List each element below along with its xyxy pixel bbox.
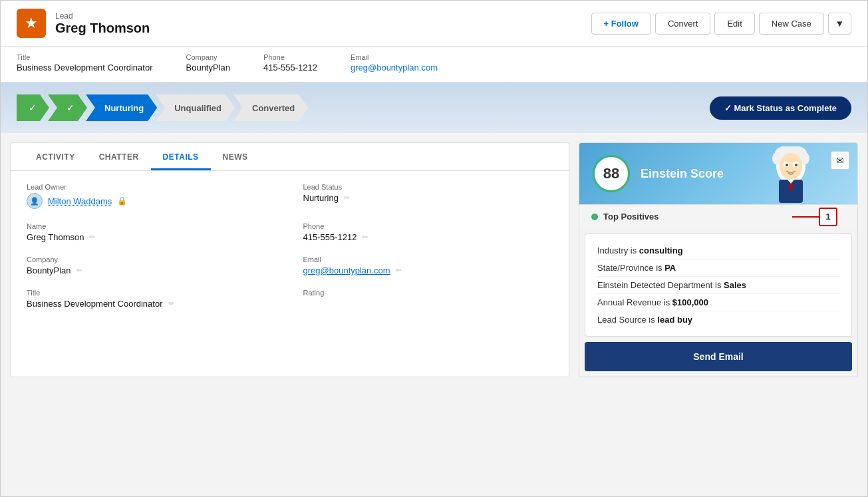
email-detail-value: greg@bountyplan.com ✏ (303, 265, 553, 275)
tab-details[interactable]: DETAILS (151, 143, 211, 170)
einstein-title: Einstein Score (641, 167, 724, 181)
detail-row-1: Lead Owner 👤 Milton Waddams 🔒 Lead Statu… (27, 183, 553, 209)
company-field: Company BountyPlan (186, 53, 231, 73)
main-content: ACTIVITY CHATTER DETAILS NEWS Lead Owner… (1, 142, 867, 387)
phone-label: Phone (263, 53, 317, 61)
positive-bold-2: PA (664, 263, 676, 273)
tab-chatter[interactable]: CHATTER (87, 143, 151, 170)
left-panel: ACTIVITY CHATTER DETAILS NEWS Lead Owner… (10, 142, 569, 377)
company-value: BountyPlan (186, 63, 231, 73)
lead-icon: ★ (17, 9, 46, 38)
lead-owner-field: Lead Owner 👤 Milton Waddams 🔒 (27, 183, 277, 209)
record-type-label: Lead (55, 11, 150, 21)
einstein-header: 88 Einstein Score (579, 143, 857, 204)
badge-arrow (792, 216, 819, 218)
stage-pill-3[interactable]: Nurturing (86, 94, 157, 121)
actions-dropdown-button[interactable]: ▼ (828, 13, 851, 35)
detail-row-4: Title Business Development Coordinator ✏… (27, 289, 553, 309)
title-edit-icon[interactable]: ✏ (168, 299, 174, 308)
stage-5-label: Converted (252, 103, 295, 113)
einstein-score-circle: 88 (593, 155, 630, 192)
company-detail-label: Company (27, 255, 277, 263)
lead-owner-label: Lead Owner (27, 183, 277, 191)
mark-complete-button[interactable]: ✓ Mark Status as Complete (710, 96, 851, 120)
svg-point-7 (786, 164, 788, 166)
email-detail-label: Email (303, 255, 553, 263)
rating-field: Rating (303, 289, 553, 309)
email-value[interactable]: greg@bountyplan.com (351, 63, 438, 73)
einstein-mail-button[interactable]: ✉ (831, 151, 849, 170)
svg-point-8 (795, 164, 797, 166)
email-edit-icon[interactable]: ✏ (396, 266, 402, 275)
mail-icon: ✉ (836, 155, 844, 166)
einstein-card: 88 Einstein Score (579, 142, 858, 377)
tab-activity[interactable]: ACTIVITY (24, 143, 87, 170)
lead-owner-value: 👤 Milton Waddams 🔒 (27, 193, 277, 209)
name-edit-icon[interactable]: ✏ (89, 233, 95, 242)
tab-news[interactable]: NEWS (211, 143, 260, 170)
name-label: Name (27, 222, 277, 230)
name-value: Greg Thomson ✏ (27, 232, 277, 242)
email-field: Email greg@bountyplan.com (351, 53, 438, 73)
edit-button[interactable]: Edit (714, 13, 754, 35)
detail-row-2: Name Greg Thomson ✏ Phone 415-555-1212 ✏ (27, 222, 553, 242)
header-left: ★ Lead Greg Thomson (17, 9, 150, 38)
owner-avatar: 👤 (27, 193, 43, 209)
stages-container: ✓ ✓ Nurturing Unqualified Conver (17, 94, 698, 121)
owner-lock-icon: 🔒 (117, 196, 127, 206)
stage-1-label: ✓ (29, 103, 36, 113)
tabs-bar: ACTIVITY CHATTER DETAILS NEWS (11, 143, 569, 171)
email-label: Email (351, 53, 438, 61)
svg-point-4 (780, 153, 802, 180)
phone-value: 415-555-1212 (263, 63, 317, 73)
new-case-button[interactable]: New Case (759, 13, 824, 35)
stage-3[interactable]: Nurturing (86, 94, 157, 121)
phone-edit-icon[interactable]: ✏ (362, 233, 368, 242)
lead-status-value: Nurturing ✏ (303, 193, 553, 203)
positive-bold-1: consulting (639, 246, 683, 255)
green-dot-icon (591, 214, 598, 220)
company-edit-icon[interactable]: ✏ (76, 266, 82, 275)
details-content: Lead Owner 👤 Milton Waddams 🔒 Lead Statu… (11, 171, 569, 334)
positive-item-3: Einstein Detected Department is Sales (597, 277, 839, 294)
positive-item-2: State/Province is PA (597, 259, 839, 277)
stage-2[interactable]: ✓ (48, 94, 87, 121)
stage-3-label: Nurturing (104, 103, 144, 113)
title-label: Title (17, 53, 153, 61)
positive-item-5: Lead Source is lead buy (597, 311, 839, 328)
positives-list: Industry is consulting State/Province is… (585, 234, 852, 337)
phone-detail-value: 415-555-1212 ✏ (303, 232, 553, 242)
header-title-block: Lead Greg Thomson (55, 11, 150, 36)
top-positives-label: Top Positives (603, 212, 659, 222)
stage-4-label: Unqualified (174, 103, 221, 113)
einstein-score-value: 88 (603, 165, 619, 182)
title-detail-value: Business Development Coordinator ✏ (27, 299, 277, 309)
company-detail-value: BountyPlan ✏ (27, 265, 277, 275)
stage-1[interactable]: ✓ (17, 94, 49, 121)
title-value: Business Development Coordinator (17, 63, 153, 73)
owner-name[interactable]: Milton Waddams (48, 196, 112, 206)
positive-bold-4: $100,000 (672, 297, 708, 307)
send-email-button[interactable]: Send Email (585, 342, 852, 371)
email-detail-field: Email greg@bountyplan.com ✏ (303, 255, 553, 275)
convert-button[interactable]: Convert (655, 13, 711, 35)
lead-status-edit-icon[interactable]: ✏ (344, 194, 350, 202)
stage-pill-1[interactable]: ✓ (17, 94, 49, 121)
stage-pill-5[interactable]: Converted (233, 94, 308, 121)
detail-row-3: Company BountyPlan ✏ Email greg@bountypl… (27, 255, 553, 275)
positive-item-1: Industry is consulting (597, 242, 839, 259)
stage-5[interactable]: Converted (233, 94, 308, 121)
title-detail-field: Title Business Development Coordinator ✏ (27, 289, 277, 309)
company-detail-field: Company BountyPlan ✏ (27, 255, 277, 275)
stage-4[interactable]: Unqualified (156, 94, 235, 121)
einstein-figure-svg (764, 146, 817, 203)
lead-status-label: Lead Status (303, 183, 553, 191)
stage-pill-2[interactable]: ✓ (48, 94, 87, 121)
page-header: ★ Lead Greg Thomson + Follow Convert Edi… (1, 1, 867, 47)
phone-detail-field: Phone 415-555-1212 ✏ (303, 222, 553, 242)
email-detail-link[interactable]: greg@bountyplan.com (303, 265, 390, 275)
positive-bold-5: lead buy (657, 315, 692, 325)
stage-pill-4[interactable]: Unqualified (156, 94, 235, 121)
phone-field: Phone 415-555-1212 (263, 53, 317, 73)
follow-button[interactable]: + Follow (591, 13, 651, 35)
